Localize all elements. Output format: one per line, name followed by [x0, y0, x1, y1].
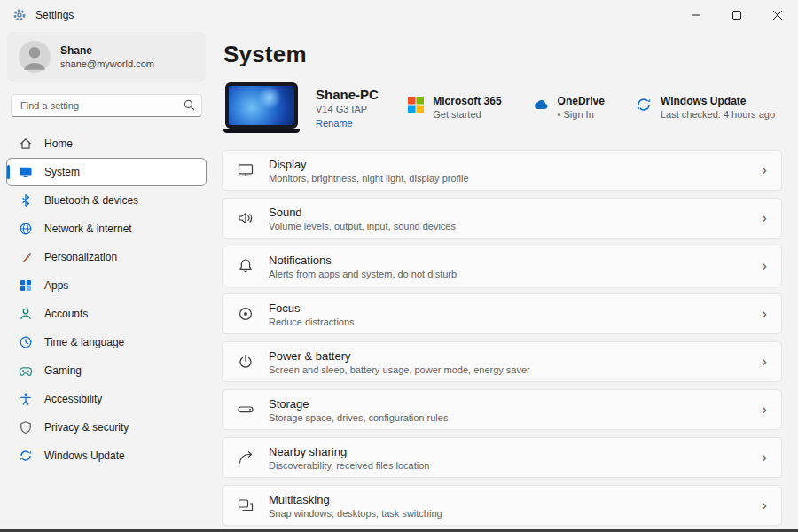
status-cards: Microsoft 365 Get started OneDrive • Sig…	[407, 95, 780, 121]
device-name: Shane-PC	[316, 86, 379, 103]
focus-icon	[237, 305, 254, 323]
sidebar-item-label: Privacy & security	[44, 421, 129, 434]
chevron-right-icon: ›	[762, 306, 767, 323]
minimize-button[interactable]	[676, 0, 716, 30]
onedrive-card[interactable]: OneDrive • Sign In	[532, 95, 605, 121]
storage-drive-icon	[237, 401, 254, 419]
sidebar-item-label: Personalization	[44, 251, 117, 263]
chevron-right-icon: ›	[762, 354, 767, 371]
setting-row-text: Storage Storage space, drives, configura…	[269, 396, 448, 424]
chevron-right-icon: ›	[762, 258, 767, 275]
setting-row-power-battery[interactable]: Power & battery Screen and sleep, batter…	[222, 341, 782, 382]
sidebar-item-accessibility[interactable]: Accessibility	[7, 386, 206, 412]
setting-row-text: Notifications Alerts from apps and syste…	[269, 253, 457, 280]
maximize-button[interactable]	[716, 0, 757, 30]
window-controls	[676, 0, 798, 30]
setting-title: Display	[269, 157, 469, 172]
chevron-right-icon: ›	[762, 402, 767, 419]
search-icon[interactable]	[184, 99, 195, 111]
rename-link[interactable]: Rename	[316, 116, 379, 130]
sidebar-item-personalization[interactable]: Personalization	[7, 244, 206, 270]
profile-email: shane@myworld.com	[60, 58, 154, 70]
setting-row-text: Sound Volume levels, output, input, soun…	[269, 205, 456, 232]
sidebar-item-system[interactable]: System	[7, 159, 206, 185]
display-icon	[237, 161, 254, 179]
status-card-text: Windows Update Last checked: 4 hours ago	[661, 95, 775, 121]
status-card-subtitle: Get started	[433, 108, 501, 121]
sidebar-item-label: Home	[44, 137, 73, 150]
speaker-icon	[237, 209, 254, 227]
apps-grid-icon	[19, 278, 33, 293]
setting-row-sound[interactable]: Sound Volume levels, output, input, soun…	[222, 198, 782, 239]
chevron-right-icon: ›	[762, 162, 767, 179]
search-input[interactable]	[11, 94, 202, 117]
microsoft-365-card[interactable]: Microsoft 365 Get started	[407, 95, 501, 121]
onedrive-cloud-icon	[532, 96, 550, 113]
chevron-right-icon: ›	[762, 497, 767, 514]
device-header: Shane-PC V14 G3 IAP Rename Microsoft 365…	[223, 82, 780, 134]
sidebar-item-bluetooth-devices[interactable]: Bluetooth & devices	[7, 187, 206, 214]
setting-subtitle: Volume levels, output, input, sound devi…	[269, 220, 456, 232]
sidebar-item-label: Network & internet	[44, 223, 132, 235]
globe-icon	[19, 222, 33, 236]
windows-update-card[interactable]: Windows Update Last checked: 4 hours ago	[635, 95, 775, 121]
sidebar-item-label: Accounts	[44, 308, 88, 320]
profile-name: Shane	[60, 44, 154, 58]
setting-row-notifications[interactable]: Notifications Alerts from apps and syste…	[222, 246, 782, 286]
setting-row-nearby-sharing[interactable]: Nearby sharing Discoverability, received…	[222, 437, 782, 478]
settings-gear-icon	[12, 8, 27, 22]
page-title: System	[223, 41, 782, 68]
titlebar: Settings	[0, 0, 798, 30]
setting-subtitle: Reduce distractions	[269, 316, 355, 328]
setting-title: Storage	[269, 396, 448, 411]
setting-title: Focus	[269, 301, 355, 316]
sidebar-item-label: Time & language	[44, 336, 124, 348]
status-card-title: Microsoft 365	[433, 95, 501, 108]
setting-row-multitasking[interactable]: Multitasking Snap windows, desktops, tas…	[222, 485, 782, 526]
setting-row-display[interactable]: Display Monitors, brightness, night ligh…	[222, 150, 782, 191]
sidebar-item-label: Windows Update	[44, 450, 125, 462]
update-arrows-icon	[19, 449, 33, 463]
main-content: System Shane-PC V14 G3 IAP Rename	[213, 30, 798, 532]
device-base	[223, 129, 300, 133]
setting-title: Multitasking	[269, 492, 442, 507]
chevron-right-icon: ›	[762, 450, 767, 466]
setting-row-text: Nearby sharing Discoverability, received…	[269, 444, 429, 472]
settings-list: Display Monitors, brightness, night ligh…	[222, 150, 782, 532]
sidebar-item-label: Apps	[44, 279, 68, 292]
sidebar-item-gaming[interactable]: Gaming	[7, 357, 206, 384]
setting-row-text: Multitasking Snap windows, desktops, tas…	[269, 492, 442, 520]
status-card-text: Microsoft 365 Get started	[433, 95, 501, 121]
sidebar-item-privacy-security[interactable]: Privacy & security	[7, 414, 206, 441]
sidebar-item-label: Gaming	[44, 364, 82, 377]
shield-icon	[19, 420, 33, 434]
setting-title: Notifications	[269, 253, 457, 268]
sidebar-item-accounts[interactable]: Accounts	[7, 301, 206, 327]
avatar	[18, 40, 51, 74]
setting-row-storage[interactable]: Storage Storage space, drives, configura…	[222, 389, 782, 430]
sidebar-nav: Home System Bluetooth & devices	[5, 129, 207, 470]
device-wallpaper	[225, 82, 298, 129]
profile-card[interactable]: Shane shane@myworld.com	[7, 32, 206, 82]
bell-icon	[237, 257, 254, 275]
status-card-subtitle: Last checked: 4 hours ago	[661, 108, 775, 121]
sidebar-item-label: Bluetooth & devices	[44, 194, 138, 207]
sidebar-item-apps[interactable]: Apps	[7, 272, 206, 299]
sidebar-item-time-language[interactable]: Time & language	[7, 329, 206, 356]
sidebar-item-network-internet[interactable]: Network & internet	[7, 215, 206, 242]
setting-title: Sound	[269, 205, 456, 220]
setting-subtitle: Alerts from apps and system, do not dist…	[269, 268, 457, 280]
multitasking-windows-icon	[237, 497, 254, 514]
selection-accent	[7, 165, 10, 179]
setting-row-focus[interactable]: Focus Reduce distractions ›	[222, 293, 782, 334]
clock-icon	[19, 335, 33, 349]
close-button[interactable]	[757, 0, 798, 30]
status-card-title: Windows Update	[661, 95, 775, 108]
status-card-subtitle: • Sign In	[558, 108, 605, 121]
sidebar-item-windows-update[interactable]: Windows Update	[7, 442, 206, 469]
bluetooth-icon	[19, 193, 33, 207]
system-icon	[19, 165, 33, 179]
sidebar-item-home[interactable]: Home	[7, 130, 206, 157]
paintbrush-icon	[19, 250, 33, 264]
status-card-title: OneDrive	[558, 95, 605, 108]
